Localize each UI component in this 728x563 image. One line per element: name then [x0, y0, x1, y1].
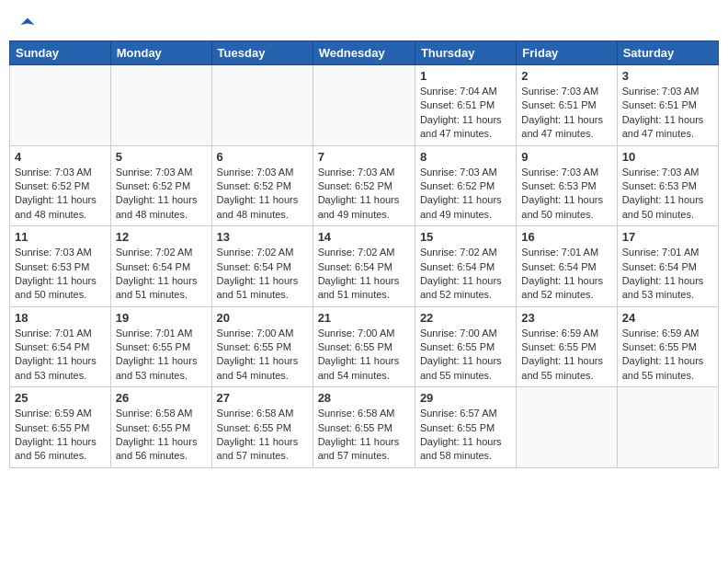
calendar-week-row: 25Sunrise: 6:59 AM Sunset: 6:55 PM Dayli…: [10, 387, 719, 468]
calendar-cell: 29Sunrise: 6:57 AM Sunset: 6:55 PM Dayli…: [415, 387, 516, 468]
calendar-cell: 19Sunrise: 7:01 AM Sunset: 6:55 PM Dayli…: [110, 306, 211, 387]
calendar-cell: 26Sunrise: 6:58 AM Sunset: 6:55 PM Dayli…: [110, 387, 211, 468]
svg-marker-0: [21, 18, 35, 26]
calendar-header-row: SundayMondayTuesdayWednesdayThursdayFrid…: [10, 41, 719, 65]
day-number: 23: [521, 311, 611, 325]
cell-content: Sunrise: 6:58 AM Sunset: 6:55 PM Dayligh…: [116, 407, 207, 464]
calendar-cell: 27Sunrise: 6:58 AM Sunset: 6:55 PM Dayli…: [211, 387, 313, 468]
calendar-cell: 6Sunrise: 7:03 AM Sunset: 6:52 PM Daylig…: [211, 145, 313, 226]
calendar-cell: 17Sunrise: 7:01 AM Sunset: 6:54 PM Dayli…: [617, 226, 718, 307]
calendar-cell: 8Sunrise: 7:03 AM Sunset: 6:52 PM Daylig…: [415, 145, 516, 226]
day-number: 24: [622, 311, 713, 325]
cell-content: Sunrise: 6:59 AM Sunset: 6:55 PM Dayligh…: [622, 327, 713, 384]
day-number: 7: [318, 150, 410, 164]
cell-content: Sunrise: 7:02 AM Sunset: 6:54 PM Dayligh…: [318, 246, 410, 303]
calendar-cell: 1Sunrise: 7:04 AM Sunset: 6:51 PM Daylig…: [415, 65, 516, 146]
calendar-cell: 25Sunrise: 6:59 AM Sunset: 6:55 PM Dayli…: [10, 387, 111, 468]
day-number: 25: [15, 391, 106, 405]
calendar-cell: 5Sunrise: 7:03 AM Sunset: 6:52 PM Daylig…: [110, 145, 211, 226]
calendar-table: SundayMondayTuesdayWednesdayThursdayFrid…: [9, 40, 719, 468]
cell-content: Sunrise: 7:03 AM Sunset: 6:52 PM Dayligh…: [116, 166, 207, 223]
cell-content: Sunrise: 6:58 AM Sunset: 6:55 PM Dayligh…: [217, 407, 308, 464]
calendar-cell: 24Sunrise: 6:59 AM Sunset: 6:55 PM Dayli…: [617, 306, 718, 387]
calendar-cell: 2Sunrise: 7:03 AM Sunset: 6:51 PM Daylig…: [517, 65, 617, 146]
calendar-cell: 16Sunrise: 7:01 AM Sunset: 6:54 PM Dayli…: [517, 226, 617, 307]
column-header-sunday: Sunday: [10, 41, 111, 65]
page-header: [9, 9, 719, 37]
day-number: 28: [318, 391, 410, 405]
day-number: 2: [521, 69, 611, 83]
calendar-cell: 12Sunrise: 7:02 AM Sunset: 6:54 PM Dayli…: [110, 226, 211, 307]
calendar-cell: [211, 65, 313, 146]
day-number: 12: [116, 230, 207, 244]
cell-content: Sunrise: 7:02 AM Sunset: 6:54 PM Dayligh…: [217, 246, 308, 303]
calendar-cell: 21Sunrise: 7:00 AM Sunset: 6:55 PM Dayli…: [313, 306, 415, 387]
calendar-week-row: 4Sunrise: 7:03 AM Sunset: 6:52 PM Daylig…: [10, 145, 719, 226]
day-number: 15: [420, 230, 511, 244]
column-header-tuesday: Tuesday: [211, 41, 313, 65]
day-number: 27: [217, 391, 308, 405]
cell-content: Sunrise: 7:03 AM Sunset: 6:52 PM Dayligh…: [318, 166, 410, 223]
day-number: 21: [318, 311, 410, 325]
day-number: 5: [116, 150, 207, 164]
day-number: 10: [622, 150, 713, 164]
day-number: 16: [521, 230, 611, 244]
calendar-cell: 10Sunrise: 7:03 AM Sunset: 6:53 PM Dayli…: [617, 145, 718, 226]
cell-content: Sunrise: 7:01 AM Sunset: 6:55 PM Dayligh…: [116, 327, 207, 384]
column-header-monday: Monday: [110, 41, 211, 65]
cell-content: Sunrise: 7:03 AM Sunset: 6:52 PM Dayligh…: [420, 166, 511, 223]
calendar-week-row: 18Sunrise: 7:01 AM Sunset: 6:54 PM Dayli…: [10, 306, 719, 387]
calendar-cell: 22Sunrise: 7:00 AM Sunset: 6:55 PM Dayli…: [415, 306, 516, 387]
calendar-cell: 3Sunrise: 7:03 AM Sunset: 6:51 PM Daylig…: [617, 65, 718, 146]
cell-content: Sunrise: 7:03 AM Sunset: 6:53 PM Dayligh…: [15, 246, 106, 303]
day-number: 17: [622, 230, 713, 244]
calendar-cell: 13Sunrise: 7:02 AM Sunset: 6:54 PM Dayli…: [211, 226, 313, 307]
cell-content: Sunrise: 7:03 AM Sunset: 6:53 PM Dayligh…: [521, 166, 611, 223]
cell-content: Sunrise: 7:01 AM Sunset: 6:54 PM Dayligh…: [622, 246, 713, 303]
day-number: 4: [15, 150, 106, 164]
calendar-cell: 11Sunrise: 7:03 AM Sunset: 6:53 PM Dayli…: [10, 226, 111, 307]
day-number: 20: [217, 311, 308, 325]
cell-content: Sunrise: 6:58 AM Sunset: 6:55 PM Dayligh…: [318, 407, 410, 464]
cell-content: Sunrise: 7:01 AM Sunset: 6:54 PM Dayligh…: [521, 246, 611, 303]
calendar-cell: [517, 387, 617, 468]
calendar-cell: 28Sunrise: 6:58 AM Sunset: 6:55 PM Dayli…: [313, 387, 415, 468]
cell-content: Sunrise: 7:03 AM Sunset: 6:51 PM Dayligh…: [622, 85, 713, 142]
day-number: 22: [420, 311, 511, 325]
column-header-friday: Friday: [517, 41, 617, 65]
cell-content: Sunrise: 7:00 AM Sunset: 6:55 PM Dayligh…: [318, 327, 410, 384]
day-number: 14: [318, 230, 410, 244]
calendar-cell: 7Sunrise: 7:03 AM Sunset: 6:52 PM Daylig…: [313, 145, 415, 226]
column-header-thursday: Thursday: [415, 41, 516, 65]
cell-content: Sunrise: 7:02 AM Sunset: 6:54 PM Dayligh…: [116, 246, 207, 303]
cell-content: Sunrise: 7:00 AM Sunset: 6:55 PM Dayligh…: [217, 327, 308, 384]
calendar-cell: 18Sunrise: 7:01 AM Sunset: 6:54 PM Dayli…: [10, 306, 111, 387]
day-number: 29: [420, 391, 511, 405]
calendar-cell: [10, 65, 111, 146]
logo-icon: [19, 17, 36, 33]
day-number: 9: [521, 150, 611, 164]
cell-content: Sunrise: 6:59 AM Sunset: 6:55 PM Dayligh…: [15, 407, 106, 464]
cell-content: Sunrise: 7:01 AM Sunset: 6:54 PM Dayligh…: [15, 327, 106, 384]
calendar-cell: 9Sunrise: 7:03 AM Sunset: 6:53 PM Daylig…: [517, 145, 617, 226]
logo: [18, 17, 36, 33]
cell-content: Sunrise: 7:04 AM Sunset: 6:51 PM Dayligh…: [420, 85, 511, 142]
calendar-cell: 23Sunrise: 6:59 AM Sunset: 6:55 PM Dayli…: [517, 306, 617, 387]
cell-content: Sunrise: 7:03 AM Sunset: 6:53 PM Dayligh…: [622, 166, 713, 223]
day-number: 13: [217, 230, 308, 244]
day-number: 26: [116, 391, 207, 405]
calendar-cell: 4Sunrise: 7:03 AM Sunset: 6:52 PM Daylig…: [10, 145, 111, 226]
day-number: 3: [622, 69, 713, 83]
calendar-cell: [110, 65, 211, 146]
calendar-cell: [617, 387, 718, 468]
day-number: 1: [420, 69, 511, 83]
column-header-saturday: Saturday: [617, 41, 718, 65]
calendar-cell: 14Sunrise: 7:02 AM Sunset: 6:54 PM Dayli…: [313, 226, 415, 307]
cell-content: Sunrise: 7:00 AM Sunset: 6:55 PM Dayligh…: [420, 327, 511, 384]
calendar-cell: [313, 65, 415, 146]
cell-content: Sunrise: 7:03 AM Sunset: 6:52 PM Dayligh…: [217, 166, 308, 223]
day-number: 11: [15, 230, 106, 244]
column-header-wednesday: Wednesday: [313, 41, 415, 65]
day-number: 6: [217, 150, 308, 164]
calendar-week-row: 11Sunrise: 7:03 AM Sunset: 6:53 PM Dayli…: [10, 226, 719, 307]
